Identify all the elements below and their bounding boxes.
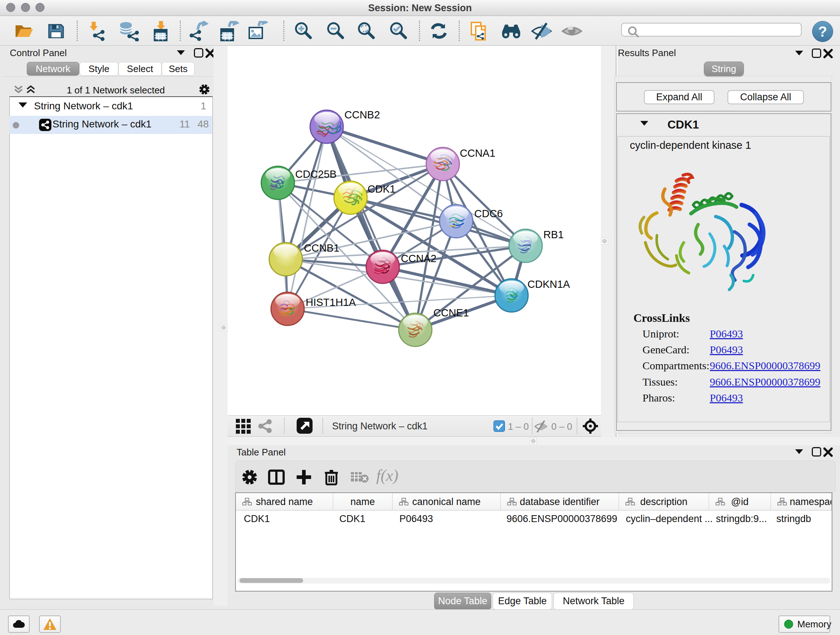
svg-text:CDC6: CDC6 — [474, 208, 503, 219]
svg-text:CCNE1: CCNE1 — [433, 307, 469, 318]
svg-text:CCNA1: CCNA1 — [460, 147, 495, 159]
svg-text:CDK1: CDK1 — [368, 183, 395, 195]
svg-text:CDKN1A: CDKN1A — [527, 279, 570, 290]
svg-text:CCNB2: CCNB2 — [344, 109, 380, 120]
svg-text:HIST1H1A: HIST1H1A — [306, 296, 356, 308]
svg-text:CCNB1: CCNB1 — [304, 242, 339, 254]
svg-text:CDC25B: CDC25B — [295, 168, 336, 180]
svg-text:RB1: RB1 — [543, 229, 564, 241]
svg-text:CCNA2: CCNA2 — [401, 253, 436, 264]
